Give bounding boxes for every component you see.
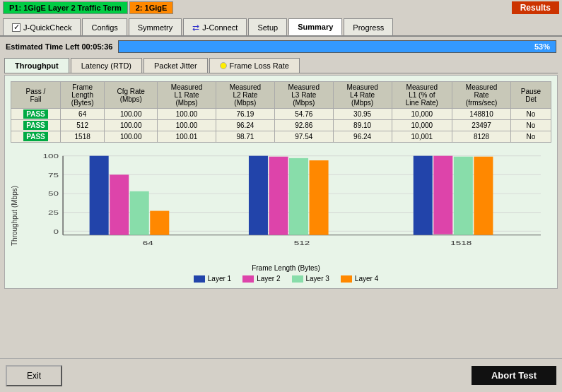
legend-label: Layer 2 <box>257 275 280 283</box>
svg-rect-12 <box>90 156 109 235</box>
svg-rect-22 <box>414 156 433 235</box>
svg-text:0: 0 <box>54 227 59 235</box>
chart-svg: 100 75 50 25 0 64 <box>21 148 551 261</box>
tab-symmetry[interactable]: Symmetry <box>129 18 182 35</box>
footer: Exit Abort Test <box>0 358 562 392</box>
bar-chart: Throughput (Mbps) 100 <box>11 148 551 283</box>
tab-throughput[interactable]: Throughput <box>4 58 69 73</box>
top-bar: P1: 1GigE Layer 2 Traffic Term 2: 1GigE … <box>0 0 562 16</box>
legend-color <box>292 275 303 283</box>
tab-setup[interactable]: Setup <box>248 18 287 35</box>
svg-rect-19 <box>289 158 308 235</box>
svg-rect-15 <box>150 211 169 235</box>
frameloss-dot <box>220 62 227 69</box>
tab-configs[interactable]: Configs <box>82 18 127 35</box>
svg-rect-13 <box>110 174 129 234</box>
tab-summary[interactable]: Summary <box>288 18 342 35</box>
col-pause: PauseDet <box>510 82 551 109</box>
port2-label: 2: 1GigE <box>129 1 174 14</box>
progress-percent: 53% <box>534 42 550 51</box>
legend-label: Layer 4 <box>355 275 378 283</box>
svg-text:512: 512 <box>294 239 310 247</box>
legend-item: Layer 3 <box>292 275 329 283</box>
table-row: PASS 512 100.00 100.00 96.24 92.86 89.10… <box>11 120 551 131</box>
progress-label: Estimated Time Left 00:05:36 <box>6 42 112 51</box>
tab-jconnect[interactable]: ⇄ J-Connect <box>183 18 247 35</box>
table-row: PASS 1518 100.00 100.01 98.71 97.54 96.2… <box>11 131 551 143</box>
svg-text:75: 75 <box>48 171 59 179</box>
data-table: Pass /Fail FrameLength(Bytes) Cfg Rate(M… <box>11 81 551 143</box>
exit-button[interactable]: Exit <box>6 365 62 386</box>
abort-button[interactable]: Abort Test <box>472 366 556 385</box>
svg-text:1518: 1518 <box>450 239 472 247</box>
jquickcheck-icon: ✓ <box>12 23 21 32</box>
main-content: Throughput Latency (RTD) Packet Jitter F… <box>0 57 562 355</box>
legend-item: Layer 2 <box>242 275 280 283</box>
svg-rect-25 <box>474 157 493 235</box>
svg-text:100: 100 <box>43 152 59 160</box>
col-pass: Pass /Fail <box>11 82 61 109</box>
pass-badge: PASS <box>23 121 48 130</box>
svg-rect-17 <box>249 156 268 235</box>
col-l1pct: MeasuredL1 (% ofLine Rate) <box>392 82 452 109</box>
progress-fill <box>119 41 350 52</box>
legend-label: Layer 3 <box>306 275 329 283</box>
col-cfgrate: Cfg Rate(Mbps) <box>105 82 158 109</box>
svg-text:25: 25 <box>48 208 59 216</box>
pass-badge: PASS <box>23 132 48 141</box>
pass-badge: PASS <box>23 109 48 119</box>
chart-inner: 100 75 50 25 0 64 <box>21 148 551 283</box>
tab-jquickcheck[interactable]: ✓ J-QuickCheck <box>3 18 81 35</box>
legend-color <box>242 275 254 283</box>
tab-latency[interactable]: Latency (RTD) <box>71 58 142 73</box>
svg-rect-18 <box>269 157 288 235</box>
col-framelen: FrameLength(Bytes) <box>61 82 105 109</box>
main-tab-bar: ✓ J-QuickCheck Configs Symmetry ⇄ J-Conn… <box>0 16 562 37</box>
svg-rect-23 <box>433 156 452 234</box>
svg-text:50: 50 <box>48 189 59 197</box>
col-l2rate: MeasuredL2 Rate(Mbps) <box>216 82 274 109</box>
tab-frameloss[interactable]: Frame Loss Rate <box>209 58 300 73</box>
progress-bar-container: Estimated Time Left 00:05:36 53% <box>0 37 562 57</box>
x-axis-label: Frame Length (Bytes) <box>21 264 551 272</box>
tab-jitter[interactable]: Packet Jitter <box>144 58 208 73</box>
svg-rect-14 <box>130 191 149 235</box>
svg-rect-24 <box>454 157 473 235</box>
port1-label: P1: 1GigE Layer 2 Traffic Term <box>3 1 128 14</box>
legend-label: Layer 1 <box>208 275 231 283</box>
jconnect-icon: ⇄ <box>192 23 199 32</box>
legend-color <box>194 275 205 283</box>
col-l1rate: MeasuredL1 Rate(Mbps) <box>158 82 216 109</box>
col-l4rate: MeasuredL4 Rate(Mbps) <box>333 82 392 109</box>
legend-item: Layer 4 <box>341 275 378 283</box>
legend-color <box>341 275 352 283</box>
tab-progress[interactable]: Progress <box>344 18 393 35</box>
svg-text:64: 64 <box>143 239 154 247</box>
col-frmsec: MeasuredRate(frms/sec) <box>452 82 511 109</box>
chart-legend: Layer 1Layer 2Layer 3Layer 4 <box>21 275 551 283</box>
inner-tab-bar: Throughput Latency (RTD) Packet Jitter F… <box>4 58 558 73</box>
legend-item: Layer 1 <box>194 275 231 283</box>
y-axis-label: Throughput (Mbps) <box>11 148 21 283</box>
table-row: PASS 64 100.00 100.00 76.19 54.76 30.95 … <box>11 109 551 120</box>
progress-track: 53% <box>118 40 556 53</box>
results-button[interactable]: Results <box>512 1 559 14</box>
svg-rect-20 <box>310 160 329 235</box>
col-l3rate: MeasuredL3 Rate(Mbps) <box>274 82 333 109</box>
chart-area: Pass /Fail FrameLength(Bytes) Cfg Rate(M… <box>4 75 558 289</box>
